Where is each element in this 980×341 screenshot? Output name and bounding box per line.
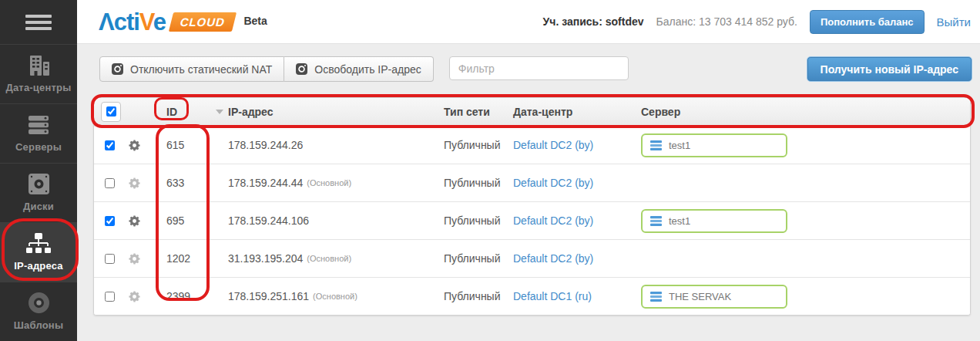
row-checkbox[interactable] — [105, 216, 115, 226]
row-network-type: Публичный — [444, 290, 513, 302]
logo-text-v: V — [139, 8, 153, 35]
row-network-type: Публичный — [444, 252, 513, 265]
row-datacenter-link[interactable]: Default DC1 (ru) — [513, 290, 592, 302]
table-row: 1202 31.193.195.204(Основной) Публичный … — [94, 239, 970, 277]
sidebar-item-templates[interactable]: Шаблоны — [0, 282, 77, 341]
row-ip-suffix: (Основной) — [307, 254, 351, 263]
gear-icon — [128, 290, 141, 303]
gear-icon — [128, 177, 141, 190]
toolbar: Отключить статический NAT Освободить IP-… — [99, 56, 972, 82]
row-datacenter-link[interactable]: Default DC2 (by) — [513, 252, 593, 265]
sidebar: Дата-центры Серверы Диски — [0, 0, 77, 341]
gear-icon — [128, 139, 141, 152]
ip-table: ID IP-адрес Тип сети Дата-центр Сервер 6… — [93, 97, 971, 316]
header-ip: IP-адрес — [228, 106, 444, 118]
servers-icon — [27, 115, 50, 135]
server-badge[interactable]: test1 — [641, 133, 787, 157]
lens-icon — [112, 63, 123, 75]
row-network-type: Публичный — [444, 177, 513, 189]
account-area: Уч. запись: softdev Баланс: 13 703 414 8… — [543, 10, 971, 34]
table-row: 615 178.159.244.26 Публичный Default DC2… — [94, 126, 970, 164]
disable-static-nat-button[interactable]: Отключить статический NAT — [99, 56, 284, 82]
table-row: 695 178.159.244.106 Публичный Default DC… — [94, 201, 970, 239]
row-datacenter-link[interactable]: Default DC2 (by) — [513, 177, 593, 189]
sidebar-item-label: IP-адреса — [14, 260, 63, 272]
header-datacenter: Дата-центр — [513, 106, 641, 118]
toolbar-button-group: Отключить статический NAT Освободить IP-… — [99, 56, 434, 82]
sidebar-item-label: Серверы — [15, 141, 62, 153]
row-ip: 178.159.251.161 — [228, 290, 309, 302]
row-settings-button[interactable] — [128, 252, 156, 265]
gear-icon — [128, 214, 141, 228]
brand-logo[interactable]: ΛctiVe CLOUD Beta — [99, 10, 267, 34]
row-ip: 178.159.244.44 — [228, 177, 303, 189]
row-settings-button[interactable] — [128, 290, 156, 303]
table-header-row: ID IP-адрес Тип сети Дата-центр Сервер — [94, 98, 970, 126]
select-all-checkbox-wrap[interactable] — [101, 102, 121, 122]
row-settings-button[interactable] — [128, 139, 156, 152]
account-balance: Баланс: 13 703 414 852 руб. — [656, 15, 797, 28]
row-network-type: Публичный — [444, 139, 513, 151]
beta-label: Beta — [243, 15, 267, 34]
row-checkbox[interactable] — [105, 254, 115, 264]
header-id[interactable]: ID — [156, 106, 228, 118]
row-network-type: Публичный — [444, 214, 513, 227]
main-area: ΛctiVe CLOUD Beta Уч. запись: softdev Ба… — [77, 0, 980, 341]
row-checkbox[interactable] — [105, 140, 115, 150]
get-new-ip-button[interactable]: Получить новый IP-адрес — [807, 56, 972, 82]
row-id: 615 — [156, 139, 228, 151]
templates-icon — [29, 292, 49, 313]
app-root: Дата-центры Серверы Диски — [0, 0, 980, 341]
topup-balance-button[interactable]: Пополнить баланс — [810, 10, 925, 34]
release-ip-button[interactable]: Освободить IP-адрес — [284, 56, 433, 82]
lens-icon — [296, 63, 307, 75]
top-bar: ΛctiVe CLOUD Beta Уч. запись: softdev Ба… — [77, 0, 980, 44]
server-icon — [650, 140, 662, 150]
row-ip: 31.193.195.204 — [228, 252, 303, 265]
server-name: test1 — [669, 140, 690, 151]
sidebar-item-ip-addresses[interactable]: IP-адреса — [0, 222, 77, 282]
hamburger-icon — [25, 12, 52, 33]
datacenter-icon — [27, 55, 50, 76]
sidebar-item-datacenters[interactable]: Дата-центры — [0, 44, 77, 103]
sidebar-item-servers[interactable]: Серверы — [0, 103, 77, 163]
server-badge[interactable]: THE SERVAK — [641, 285, 787, 309]
logo-text-e: e — [153, 8, 166, 35]
logo-cloud-badge: CLOUD — [169, 12, 237, 32]
sidebar-item-label: Диски — [23, 201, 54, 212]
server-icon — [650, 292, 662, 302]
account-user-label: Уч. запись: softdev — [543, 15, 644, 28]
server-badge[interactable]: test1 — [641, 209, 787, 233]
row-checkbox[interactable] — [105, 292, 115, 302]
sort-caret-icon — [216, 110, 223, 114]
row-checkbox[interactable] — [105, 178, 115, 188]
server-name: THE SERVAK — [669, 291, 731, 302]
select-all-checkbox[interactable] — [106, 106, 116, 116]
header-network-type: Тип сети — [444, 106, 513, 118]
menu-toggle-button[interactable] — [0, 0, 77, 44]
table-row: 2399 178.159.251.161(Основной) Публичный… — [94, 277, 970, 315]
row-settings-button[interactable] — [128, 177, 156, 190]
logout-link[interactable]: Выйти — [937, 15, 971, 29]
header-server: Сервер — [641, 106, 970, 118]
row-settings-button[interactable] — [128, 214, 156, 228]
disks-icon — [29, 174, 49, 194]
server-name: test1 — [669, 215, 690, 227]
row-id: 1202 — [156, 252, 228, 265]
row-ip: 178.159.244.26 — [228, 139, 303, 151]
row-datacenter-link[interactable]: Default DC2 (by) — [513, 214, 593, 227]
row-id: 695 — [156, 214, 228, 227]
row-id: 2399 — [156, 290, 228, 302]
sidebar-item-disks[interactable]: Диски — [0, 163, 77, 222]
filter-input[interactable] — [449, 56, 629, 80]
gear-icon — [128, 252, 141, 265]
row-ip: 178.159.244.106 — [228, 214, 309, 227]
row-datacenter-link[interactable]: Default DC2 (by) — [513, 139, 593, 151]
row-ip-suffix: (Основной) — [313, 292, 357, 301]
row-ip-suffix: (Основной) — [307, 178, 351, 187]
table-row: 633 178.159.244.44(Основной) Публичный D… — [94, 164, 970, 201]
sidebar-item-label: Дата-центры — [5, 82, 71, 93]
server-icon — [650, 216, 662, 226]
row-id: 633 — [156, 177, 228, 189]
sidebar-item-label: Шаблоны — [14, 319, 63, 331]
